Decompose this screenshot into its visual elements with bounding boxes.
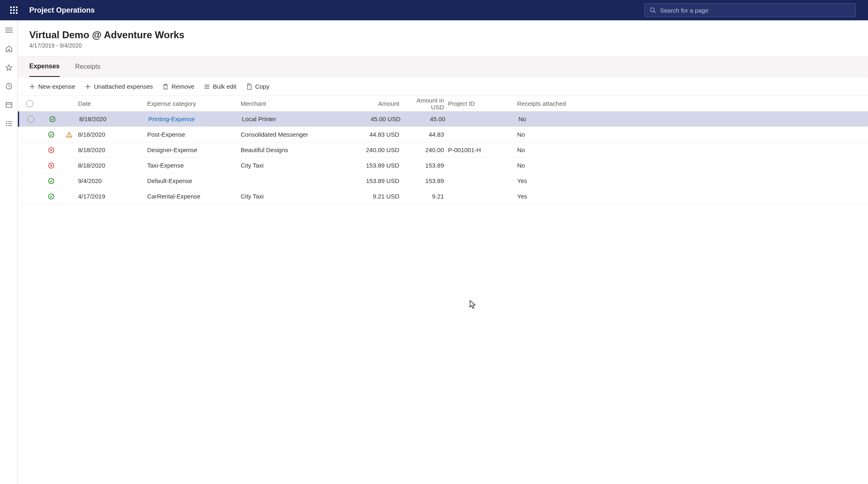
main: Virtual Demo @ Adventure Works 4/17/2019…: [18, 20, 868, 484]
nav-favorites-icon[interactable]: [5, 63, 13, 72]
plus-icon: [29, 84, 35, 89]
nav-workspaces-icon[interactable]: [5, 101, 13, 109]
cell-date: 8/18/2020: [78, 162, 147, 169]
cell-amount: 153.89 USD: [346, 177, 403, 184]
tab-receipts[interactable]: Receipts: [75, 57, 100, 77]
table-row[interactable]: 8/18/2020Printing-ExpenseLocal Printer45…: [18, 111, 868, 127]
cell-category[interactable]: Printing-Expense: [148, 116, 242, 122]
cell-amount-usd: 9.21: [403, 193, 448, 200]
col-merchant[interactable]: Merchant: [241, 100, 346, 107]
tabs: Expenses Receipts: [18, 56, 868, 77]
page-header: Virtual Demo @ Adventure Works 4/17/2019…: [18, 20, 868, 56]
new-expense-button[interactable]: New expense: [29, 83, 75, 90]
cell-merchant: Beautiful Designs: [241, 146, 346, 153]
cell-amount-usd: 153.89: [403, 177, 448, 184]
table-row[interactable]: 9/4/2020Default-Expense153.89 USD153.89Y…: [18, 173, 868, 189]
cell-receipts: No: [517, 131, 586, 138]
copy-button[interactable]: Copy: [246, 83, 269, 90]
app-title: Project Operations: [29, 6, 95, 15]
cell-amount: 44.83 USD: [346, 131, 403, 138]
nav-modules-icon[interactable]: [5, 120, 13, 128]
copy-icon: [246, 83, 252, 90]
cell-amount: 9.21 USD: [346, 193, 403, 200]
cell-date: 8/18/2020: [79, 116, 148, 122]
svg-line-1: [654, 11, 655, 13]
cell-receipts: No: [518, 116, 587, 122]
status-error-icon: [42, 147, 60, 153]
cell-date: 9/4/2020: [78, 177, 147, 184]
status-ok-icon: [42, 193, 60, 200]
nav-collapse-icon[interactable]: [5, 26, 13, 34]
list-icon: [204, 84, 210, 89]
status-ok-icon: [42, 178, 60, 184]
bulk-edit-label: Bulk edit: [213, 83, 237, 90]
cell-amount-usd: 240.00: [403, 146, 448, 153]
unattached-expenses-button[interactable]: Unattached expenses: [85, 83, 153, 90]
svg-point-25: [69, 136, 70, 137]
left-nav: [0, 20, 18, 484]
remove-label: Remove: [172, 83, 194, 90]
cell-date: 8/18/2020: [78, 131, 147, 138]
page-date-range: 4/17/2019 - 9/4/2020: [29, 42, 857, 49]
topbar: Project Operations: [0, 0, 868, 20]
grid-header-row: Date Expense category Merchant Amount Am…: [18, 96, 868, 111]
trash-icon: [163, 83, 168, 90]
cell-category: Post-Expense: [147, 131, 241, 138]
cell-merchant: City Taxi: [241, 193, 346, 200]
svg-rect-6: [6, 102, 12, 107]
select-all-checkbox[interactable]: [26, 100, 33, 107]
cell-merchant: City Taxi: [241, 162, 346, 169]
nav-recent-icon[interactable]: [5, 82, 13, 90]
col-category[interactable]: Expense category: [147, 100, 241, 107]
cell-date: 8/18/2020: [78, 146, 147, 153]
table-row[interactable]: 8/18/2020Taxi-ExpenseCity Taxi153.89 USD…: [18, 158, 868, 173]
cell-project-id: P-001001-H: [448, 146, 517, 153]
cell-amount: 45.00 USD: [348, 116, 405, 122]
cell-category: Taxi-Expense: [147, 162, 241, 169]
svg-rect-21: [248, 85, 251, 89]
col-project-id[interactable]: Project ID: [448, 100, 517, 107]
cell-merchant: Local Printer: [242, 116, 348, 122]
app-launcher-icon[interactable]: [8, 4, 20, 16]
search-input[interactable]: [660, 7, 851, 14]
row-select-checkbox[interactable]: [27, 116, 35, 123]
search-icon: [650, 7, 656, 13]
cell-amount-usd: 153.89: [403, 162, 448, 169]
status-error-icon: [42, 162, 60, 169]
svg-point-8: [6, 121, 7, 122]
svg-point-10: [6, 123, 7, 124]
table-row[interactable]: 8/18/2020Designer-ExpenseBeautiful Desig…: [18, 142, 868, 158]
unattached-expenses-label: Unattached expenses: [94, 83, 153, 90]
col-amount-usd[interactable]: Amount in USD: [403, 97, 448, 111]
col-receipts[interactable]: Receipts attached: [517, 100, 586, 107]
cell-receipts: Yes: [517, 177, 586, 184]
remove-button[interactable]: Remove: [163, 83, 194, 90]
col-amount[interactable]: Amount: [346, 100, 403, 107]
cell-merchant: Consolidated Messenger: [241, 131, 346, 138]
plus-icon: [85, 84, 91, 89]
new-expense-label: New expense: [38, 83, 75, 90]
cell-amount-usd: 45.00: [405, 116, 449, 122]
table-row[interactable]: 4/17/2019CarRental-ExpenseCity Taxi9.21 …: [18, 189, 868, 204]
cell-category: Designer-Expense: [147, 146, 241, 153]
col-date[interactable]: Date: [78, 100, 147, 107]
cell-receipts: Yes: [517, 193, 586, 200]
warning-icon: [60, 131, 78, 138]
cell-amount: 240.00 USD: [346, 146, 403, 153]
cell-receipts: No: [517, 162, 586, 169]
global-search[interactable]: [644, 3, 856, 17]
expense-grid: Date Expense category Merchant Amount Am…: [18, 96, 868, 204]
cell-amount-usd: 44.83: [403, 131, 448, 138]
bulk-edit-button[interactable]: Bulk edit: [204, 83, 237, 90]
tab-expenses[interactable]: Expenses: [29, 57, 60, 77]
nav-home-icon[interactable]: [5, 45, 13, 53]
status-ok-icon: [42, 131, 60, 138]
toolbar: New expense Unattached expenses Remove B…: [18, 77, 868, 96]
cell-category: CarRental-Expense: [147, 193, 241, 200]
svg-point-0: [650, 8, 654, 11]
table-row[interactable]: 8/18/2020Post-ExpenseConsolidated Messen…: [18, 127, 868, 142]
cell-receipts: No: [517, 146, 586, 153]
cell-category: Default-Expense: [147, 177, 241, 184]
cell-date: 4/17/2019: [78, 193, 147, 200]
copy-label: Copy: [255, 83, 269, 90]
